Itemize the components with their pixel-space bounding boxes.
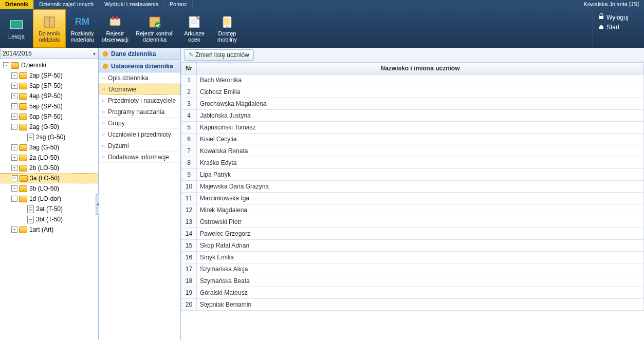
tree-label: Dzienniki: [21, 62, 46, 69]
cell-nr: 10: [181, 181, 197, 193]
file-icon: [27, 205, 34, 213]
table-row[interactable]: 7Kowalska Renata: [181, 145, 644, 157]
tree-node-3ap-sp-50-[interactable]: +3ap (SP-50): [0, 81, 98, 91]
svg-rect-4: [112, 16, 114, 20]
expand-icon[interactable]: +: [11, 114, 17, 120]
table-row[interactable]: 16Smyk Emilia: [181, 252, 644, 263]
tree-node-3ag-g-50-[interactable]: +3ag (G-50): [0, 142, 98, 153]
table-row[interactable]: 19Góralski Mateusz: [181, 287, 644, 299]
expand-icon[interactable]: -: [11, 196, 17, 202]
cell-name: Majewska Daria Grażyna: [197, 181, 644, 193]
tree-node-2b-lo-50-[interactable]: +2b (LO-50): [0, 163, 98, 173]
table-row[interactable]: 3Grochowska Magdalena: [181, 98, 644, 110]
edit-students-button[interactable]: ✎ Zmień listę uczniów: [184, 49, 254, 61]
ribbon-arkusze-ocen[interactable]: Arkusze ocen: [178, 9, 211, 48]
tree-node-4ap-sp-50-[interactable]: +4ap (SP-50): [0, 91, 98, 101]
tree-node-3a-lo-50-[interactable]: +3a (LO-50): [0, 173, 98, 183]
link-wyloguj[interactable]: Wyloguj: [598, 12, 639, 22]
table-row[interactable]: 20Stępniak Beniamin: [181, 299, 644, 311]
table-row[interactable]: 5Kapuściński Tomasz: [181, 122, 644, 134]
panel-header-dane[interactable]: Dane dziennika: [99, 48, 180, 60]
settings-przedmioty-i-nauczyciele[interactable]: ››Przedmioty i nauczyciele: [99, 95, 180, 106]
table-row[interactable]: 14Pawelec Grzegorz: [181, 228, 644, 240]
tree-node-6ap-sp-50-[interactable]: +6ap (SP-50): [0, 111, 98, 122]
panel-header-ustawienia[interactable]: Ustawienia dziennika: [99, 60, 180, 72]
ribbon-rejestr-obserwacji[interactable]: Rejestr obserwacji: [99, 9, 132, 48]
settings-grupy[interactable]: ››Grupy: [99, 118, 180, 129]
tree-node-2sg-g-50-[interactable]: 2sg (G-50): [0, 132, 98, 142]
menu-dziennik-zajęć-innych[interactable]: Dziennik zajęć innych: [34, 0, 99, 9]
cell-nr: 18: [181, 275, 197, 287]
settings-uczniowie[interactable]: ››Uczniowie: [99, 84, 180, 95]
ribbon-rejestr-kontroli-dziennika[interactable]: Rejestr kontroli dziennika: [132, 9, 178, 48]
settings-opis-dziennika[interactable]: ››Opis dziennika: [99, 72, 180, 84]
col-header-name[interactable]: Nazwisko i imiona uczniów: [197, 63, 644, 74]
ribbon-lekcja[interactable]: Lekcja: [0, 9, 33, 48]
table-row[interactable]: 12Mirek Magdalena: [181, 204, 644, 216]
expand-icon[interactable]: +: [11, 155, 17, 161]
chevron-right-icon: ››: [102, 132, 105, 137]
expand-icon[interactable]: +: [11, 83, 17, 89]
table-row[interactable]: 8Kraśko Edyta: [181, 157, 644, 169]
year-select[interactable]: 2014/2015 ▾: [0, 48, 98, 59]
folder-icon: [19, 124, 27, 130]
tree-node-2a-lo-50-[interactable]: +2a (LO-50): [0, 153, 98, 163]
tree-node-2ap-sp-50-[interactable]: +2ap (SP-50): [0, 70, 98, 81]
table-row[interactable]: 15Skop Rafał Adrian: [181, 240, 644, 252]
cell-nr: 17: [181, 263, 197, 275]
ribbon: LekcjaDziennik oddziałuRMRozkłady materi…: [0, 9, 644, 48]
table-row[interactable]: 2Cichosz Emilia: [181, 86, 644, 98]
expand-icon[interactable]: +: [11, 72, 17, 79]
menu-dziennik[interactable]: Dziennik: [0, 0, 34, 9]
table-row[interactable]: 11Marcinkowska Iga: [181, 193, 644, 204]
expand-icon[interactable]: +: [11, 165, 17, 171]
expand-icon[interactable]: +: [11, 103, 17, 109]
table-row[interactable]: 17Szymańska Alicja: [181, 263, 644, 275]
expand-icon[interactable]: -: [11, 124, 17, 130]
settings-uczniowie-i-przedmioty[interactable]: ››Uczniowie i przedmioty: [99, 129, 180, 140]
chevron-down-icon: ▾: [93, 51, 96, 56]
settings-dyżurni[interactable]: ››Dyżurni: [99, 140, 180, 152]
ribbon-dziennik-oddziału[interactable]: Dziennik oddziału: [33, 9, 66, 48]
tree-node-3b-lo-50-[interactable]: +3b (LO-50): [0, 183, 98, 194]
folder-icon: [19, 114, 27, 120]
settings-programy-nauczania[interactable]: ››Programy nauczania: [99, 106, 180, 118]
tree-node-1art-art-[interactable]: +1art (Art): [0, 224, 98, 235]
table-row[interactable]: 18Szymańska Beata: [181, 275, 644, 287]
cell-name: Kapuściński Tomasz: [197, 122, 644, 134]
check-icon: [146, 15, 163, 29]
settings-dodatkowe-informacje[interactable]: ››Dodatkowe informacje: [99, 152, 180, 163]
collapse-handle[interactable]: ◂: [96, 194, 99, 215]
mobile-icon: [219, 15, 235, 29]
menu-wydruki-i-zestawienia[interactable]: Wydruki i zestawienia: [99, 0, 164, 9]
tree-node-2at-t-50-[interactable]: 2at (T-50): [0, 204, 98, 214]
tree-node-2ag-g-50-[interactable]: -2ag (G-50): [0, 122, 98, 132]
tree-node-5ap-sp-50-[interactable]: +5ap (SP-50): [0, 101, 98, 111]
content-area: ✎ Zmień listę uczniów Nr Nazwisko i imio…: [181, 48, 644, 340]
table-row[interactable]: 9Lipa Patryk: [181, 169, 644, 181]
ribbon-dostęp-mobilny[interactable]: Dostęp mobilny: [211, 9, 244, 48]
chevron-right-icon: ››: [102, 98, 105, 103]
expand-icon[interactable]: +: [11, 93, 17, 99]
link-start[interactable]: Start: [598, 22, 639, 32]
cell-nr: 20: [181, 299, 197, 311]
expand-icon[interactable]: -: [3, 62, 9, 68]
tree-node-1d-lo-dor-[interactable]: -1d (LO-dor): [0, 194, 98, 204]
cell-name: Szymańska Beata: [197, 275, 644, 287]
table-row[interactable]: 4Jabłońska Justyna: [181, 110, 644, 122]
expand-icon[interactable]: +: [11, 226, 17, 233]
menu-pomoc[interactable]: Pomoc: [164, 0, 193, 9]
table-row[interactable]: 6Kisiel Cecylia: [181, 134, 644, 145]
cell-name: Szymańska Alicja: [197, 263, 644, 275]
table-row[interactable]: 10Majewska Daria Grażyna: [181, 181, 644, 193]
settings-panel: ◂ Dane dziennika Ustawienia dziennika ››…: [99, 48, 181, 340]
ribbon-rozkłady-materiału[interactable]: RMRozkłady materiału: [66, 9, 99, 48]
tree-node-dzienniki[interactable]: -Dzienniki: [0, 60, 98, 70]
expand-icon[interactable]: +: [11, 185, 17, 192]
col-header-nr[interactable]: Nr: [181, 63, 197, 74]
table-row[interactable]: 13Ostrowski Piotr: [181, 216, 644, 228]
tree-node-3bt-t-50-[interactable]: 3bt (T-50): [0, 214, 98, 224]
expand-icon[interactable]: +: [11, 144, 17, 150]
expand-icon[interactable]: +: [12, 175, 18, 181]
table-row[interactable]: 1Bach Weronika: [181, 74, 644, 86]
